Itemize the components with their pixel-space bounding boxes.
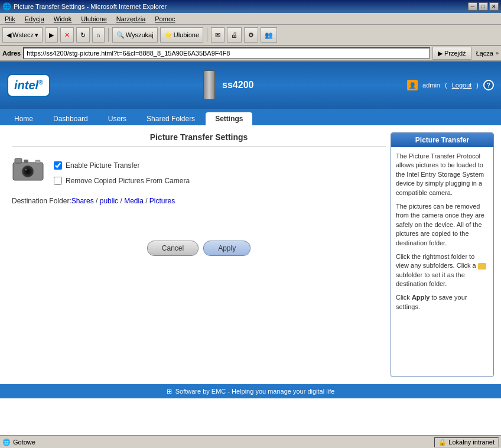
nas-header: intel® ss4200 👤 admin (Logout) ? xyxy=(0,61,501,109)
menu-ulubione[interactable]: Ulubione xyxy=(79,14,109,24)
statusbar-icon: 🌐 xyxy=(2,439,11,446)
device-icon xyxy=(203,70,215,100)
refresh-button[interactable]: ↻ xyxy=(76,27,90,43)
forward-arrow-icon: ▶ xyxy=(49,31,54,39)
home-button[interactable]: ⌂ xyxy=(92,27,105,43)
mail-icon: ✉ xyxy=(215,31,220,39)
lock-icon: 🔒 xyxy=(438,439,447,446)
close-button[interactable]: ✕ xyxy=(489,2,499,11)
footer-icon: ⊞ xyxy=(167,388,172,395)
remove-checkbox-row: Remove Copied Pictures From Camera xyxy=(54,177,190,185)
form-buttons: Cancel Apply xyxy=(12,241,386,256)
tab-users[interactable]: Users xyxy=(99,112,136,125)
links-arrow-icon: » xyxy=(496,50,499,56)
statusbar-left: 🌐 Gotowe xyxy=(2,439,35,446)
back-arrow-icon: ◀ xyxy=(6,31,11,39)
dest-shares-link[interactable]: Shares xyxy=(71,197,94,205)
menu-edycja[interactable]: Edycja xyxy=(22,14,47,24)
forward-button[interactable]: ▶ xyxy=(45,27,58,43)
go-button[interactable]: ▶ Przejdź xyxy=(432,47,471,60)
intel-sup: ® xyxy=(38,79,43,86)
form-body: Enable Picture Transfer Remove Copied Pi… xyxy=(12,157,386,185)
tab-home[interactable]: Home xyxy=(5,112,43,125)
menu-widok[interactable]: Widok xyxy=(51,14,74,24)
home-icon: ⌂ xyxy=(96,31,100,38)
back-button[interactable]: ◀ Wstecz ▾ xyxy=(2,27,43,43)
tab-settings[interactable]: Settings xyxy=(206,112,252,125)
enable-checkbox-row: Enable Picture Transfer xyxy=(54,161,190,170)
addressbar: Adres ▶ Przejdź Łącza » xyxy=(0,46,501,61)
mail-button[interactable]: ✉ xyxy=(211,27,225,43)
dest-pictures-link[interactable]: Pictures xyxy=(149,197,175,205)
address-input[interactable] xyxy=(23,47,430,59)
intel-text: intel xyxy=(14,79,38,92)
address-label: Adres xyxy=(2,50,21,57)
svg-point-8 xyxy=(25,169,27,170)
svg-rect-7 xyxy=(24,160,28,163)
enable-label[interactable]: Enable Picture Transfer xyxy=(66,161,139,170)
people-button[interactable]: 👥 xyxy=(261,27,277,43)
minimize-button[interactable]: ─ xyxy=(468,2,477,11)
people-icon: 👥 xyxy=(265,31,273,39)
folder-icon xyxy=(478,263,486,270)
menu-plik[interactable]: Plik xyxy=(2,14,18,24)
search-label: Wyszukaj xyxy=(126,31,154,38)
ie-icon: 🌐 xyxy=(2,2,11,11)
go-arrow-icon: ▶ xyxy=(438,50,443,57)
nav-tabs: Home Dashboard Users Shared Folders Sett… xyxy=(0,109,501,125)
help-button[interactable]: ? xyxy=(483,80,494,90)
logout-paren-open: ( xyxy=(445,82,447,89)
toolbar-sep-2 xyxy=(207,28,207,42)
svg-rect-5 xyxy=(15,158,22,163)
tab-shared-folders[interactable]: Shared Folders xyxy=(137,112,204,125)
cancel-button[interactable]: Cancel xyxy=(147,241,199,256)
help-para-4: Click Apply to save your settings. xyxy=(396,293,489,311)
form-area: Picture Transfer Settings xyxy=(7,132,391,377)
print-button[interactable]: 🖨 xyxy=(227,27,242,43)
statusbar: 🌐 Gotowe 🔒 Lokalny intranet xyxy=(0,435,501,448)
help-para-3: Click the rightmost folder to view any s… xyxy=(396,252,489,289)
footer-text: Software by EMC - Helping you manage you… xyxy=(175,388,335,395)
apply-button[interactable]: Apply xyxy=(203,241,250,256)
dest-public-link[interactable]: public xyxy=(100,197,118,205)
intel-logo: intel® xyxy=(7,74,50,97)
remove-checkbox[interactable] xyxy=(54,177,62,185)
statusbar-right: 🔒 Lokalny intranet xyxy=(434,437,499,447)
page-content: Picture Transfer Settings xyxy=(0,125,501,384)
menu-pomoc[interactable]: Pomoc xyxy=(152,14,177,24)
toolbar: ◀ Wstecz ▾ ▶ ✕ ↻ ⌂ 🔍 Wyszukaj ⭐ Ulubione… xyxy=(0,25,501,46)
tab-dashboard[interactable]: Dashboard xyxy=(44,112,97,125)
stop-icon: ✕ xyxy=(64,31,70,39)
user-icon: 👤 xyxy=(407,80,418,90)
dest-folder: Destination Folder:Shares / public / Med… xyxy=(12,197,386,205)
logout-paren-close: ) xyxy=(476,82,479,89)
menubar: Plik Edycja Widok Ulubione Narzędzia Pom… xyxy=(0,13,501,25)
stop-button[interactable]: ✕ xyxy=(60,27,74,43)
dest-sep2: / xyxy=(118,197,124,205)
device-name: ss4200 xyxy=(222,80,253,90)
remove-label[interactable]: Remove Copied Pictures From Camera xyxy=(66,177,190,185)
browser-content: intel® ss4200 👤 admin (Logout) ? Home Da… xyxy=(0,61,501,398)
svg-rect-6 xyxy=(35,160,40,163)
camera-svg xyxy=(12,157,44,181)
tools-button[interactable]: ⚙ xyxy=(244,27,258,43)
sidebar-help-title: Picture Transfer xyxy=(391,133,493,147)
dest-sep3: / xyxy=(144,197,149,205)
help-apply-bold: Apply xyxy=(412,294,430,301)
dest-sep1: / xyxy=(94,197,100,205)
logout-link[interactable]: Logout xyxy=(452,82,472,89)
titlebar-buttons: ─ □ ✕ xyxy=(468,2,499,11)
dest-folder-label: Destination Folder: xyxy=(12,197,71,205)
dest-media-link[interactable]: Media xyxy=(124,197,144,205)
search-button[interactable]: 🔍 Wyszukaj xyxy=(112,27,158,43)
back-label: Wstecz xyxy=(12,31,34,38)
enable-checkbox[interactable] xyxy=(54,161,62,170)
statusbar-zone: Lokalny intranet xyxy=(448,439,495,446)
camera-icon-container xyxy=(12,157,44,183)
titlebar-left: 🌐 Picture Transfer Settings - Microsoft … xyxy=(2,2,167,11)
form-divider xyxy=(12,147,386,147)
favorites-button[interactable]: ⭐ Ulubione xyxy=(160,27,203,43)
menu-narzedzia[interactable]: Narzędzia xyxy=(114,14,148,24)
nas-container: intel® ss4200 👤 admin (Logout) ? Home Da… xyxy=(0,61,501,398)
maximize-button[interactable]: □ xyxy=(479,2,488,11)
